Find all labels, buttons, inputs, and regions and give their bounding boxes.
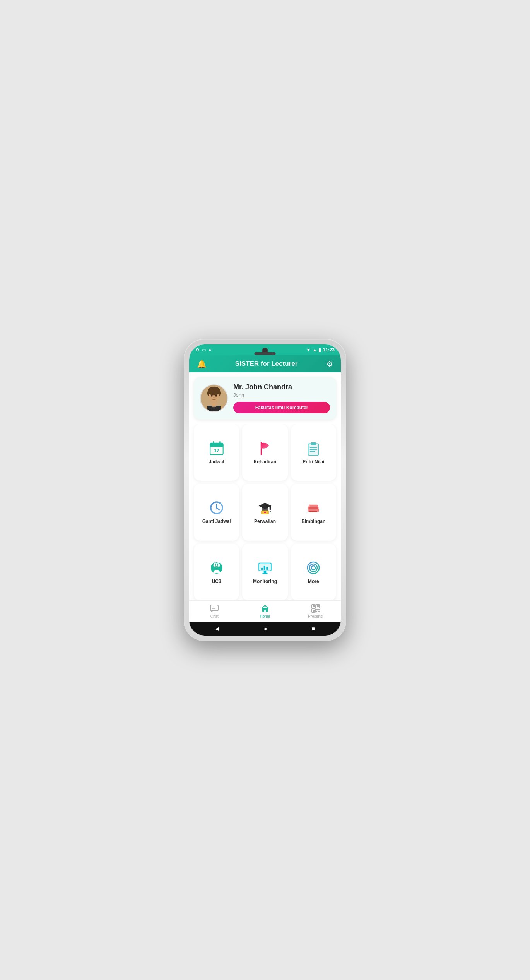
bell-icon[interactable]: 🔔 <box>197 359 207 368</box>
profile-username: John <box>233 392 330 398</box>
svg-rect-62 <box>317 605 319 607</box>
monitor-icon <box>257 560 273 576</box>
svg-rect-52 <box>262 573 267 574</box>
svg-point-4 <box>211 395 213 397</box>
svg-rect-67 <box>316 611 317 612</box>
nav-home[interactable]: Home <box>240 604 291 618</box>
svg-rect-30 <box>261 511 262 514</box>
wifi-icon: ▼ <box>306 347 311 353</box>
svg-rect-17 <box>311 442 316 445</box>
menu-item-uc3[interactable]: UC3 <box>194 544 239 600</box>
svg-rect-48 <box>261 568 263 570</box>
menu-item-perwalian[interactable]: Perwalian <box>242 484 287 540</box>
svg-point-43 <box>215 564 217 566</box>
qr-icon <box>311 604 320 613</box>
uc3-label: UC3 <box>212 579 221 584</box>
svg-rect-36 <box>309 511 317 512</box>
phone-screen: ⚙ ▭ ● ▼ ▲ ▮ 11:23 🔔 SISTER for Lecturer … <box>189 344 341 636</box>
menu-grid: 17 Jadwal Kehadiran <box>189 424 341 600</box>
svg-point-3 <box>208 387 220 396</box>
chat-icon <box>210 604 219 613</box>
menu-item-jadwal[interactable]: 17 Jadwal <box>194 424 239 481</box>
svg-rect-51 <box>264 571 267 573</box>
chat-nav-label: Chat <box>210 614 219 618</box>
svg-rect-49 <box>264 566 265 570</box>
menu-item-entri-nilai[interactable]: Entri Nilai <box>291 424 336 481</box>
clock-display: 11:23 <box>323 347 335 353</box>
battery-icon: ▮ <box>318 347 321 353</box>
app-header: 🔔 SISTER for Lecturer ⚙ <box>189 355 341 372</box>
graduation-icon <box>257 500 273 516</box>
svg-rect-35 <box>309 505 318 507</box>
phone-frame: ⚙ ▭ ● ▼ ▲ ▮ 11:23 🔔 SISTER for Lecturer … <box>184 339 346 641</box>
nav-presensi[interactable]: Presensi <box>290 604 341 618</box>
menu-item-ganti-jadwal[interactable]: Ganti Jadwal <box>194 484 239 540</box>
svg-rect-56 <box>210 605 218 611</box>
nav-chat[interactable]: Chat <box>189 604 240 618</box>
svg-marker-28 <box>270 511 271 512</box>
bottom-nav: Chat Home <box>189 600 341 622</box>
svg-point-6 <box>213 397 215 398</box>
menu-item-more[interactable]: More <box>291 544 336 600</box>
jadwal-label: Jadwal <box>209 459 224 464</box>
status-bar-right: ▼ ▲ ▮ 11:23 <box>306 347 335 353</box>
avatar-image <box>201 385 227 411</box>
svg-point-5 <box>215 395 217 397</box>
svg-rect-66 <box>318 609 320 610</box>
svg-rect-44 <box>213 564 215 567</box>
svg-rect-64 <box>313 610 315 612</box>
more-label: More <box>308 579 319 584</box>
presensi-nav-label: Presensi <box>308 614 323 618</box>
signal-icon: ▲ <box>312 347 317 353</box>
profile-name: Mr. John Chandra <box>233 383 330 391</box>
uc3-icon <box>209 560 224 576</box>
svg-rect-50 <box>266 567 268 570</box>
status-bar-left: ⚙ ▭ ● <box>195 347 211 353</box>
svg-point-24 <box>216 507 217 509</box>
svg-point-32 <box>264 512 266 514</box>
svg-point-55 <box>311 566 315 570</box>
recent-button[interactable]: ■ <box>311 625 315 632</box>
clock-icon <box>209 500 224 516</box>
svg-rect-31 <box>268 511 269 514</box>
books-icon <box>306 500 321 516</box>
speaker <box>255 352 276 355</box>
header-settings-icon[interactable]: ⚙ <box>326 359 333 368</box>
svg-rect-65 <box>316 609 318 610</box>
svg-rect-8 <box>212 402 216 407</box>
calendar-icon: 17 <box>209 440 224 456</box>
menu-item-bimbingan[interactable]: Bimbingan <box>291 484 336 540</box>
entri-nilai-label: Entri Nilai <box>303 459 324 464</box>
sim-status-icon: ▭ <box>202 347 206 353</box>
ganti-jadwal-label: Ganti Jadwal <box>202 519 231 524</box>
faculty-button[interactable]: Fakultas Ilmu Komputer <box>233 402 330 413</box>
svg-point-54 <box>309 564 317 572</box>
home-nav-label: Home <box>260 614 270 618</box>
svg-rect-39 <box>309 505 310 507</box>
clipboard-icon <box>306 440 321 456</box>
svg-rect-37 <box>308 509 309 512</box>
settings-status-icon: ⚙ <box>195 347 200 353</box>
svg-rect-45 <box>218 564 220 567</box>
kehadiran-label: Kehadiran <box>254 459 277 464</box>
circle-status-icon: ● <box>209 347 211 353</box>
monitoring-label: Monitoring <box>253 579 277 584</box>
app-title: SISTER for Lecturer <box>235 360 298 368</box>
svg-rect-68 <box>318 611 320 612</box>
menu-item-kehadiran[interactable]: Kehadiran <box>242 424 287 481</box>
profile-info: Mr. John Chandra John Fakultas Ilmu Komp… <box>233 383 330 413</box>
profile-card: Mr. John Chandra John Fakultas Ilmu Komp… <box>194 377 336 420</box>
bimbingan-label: Bimbingan <box>301 519 325 524</box>
svg-rect-11 <box>210 445 223 447</box>
avatar <box>200 384 228 412</box>
home-button[interactable]: ● <box>264 625 267 632</box>
perwalian-label: Perwalian <box>254 519 276 524</box>
svg-text:17: 17 <box>214 448 219 453</box>
back-button[interactable]: ◀ <box>215 625 219 632</box>
svg-rect-27 <box>270 506 271 510</box>
android-nav-bar: ◀ ● ■ <box>189 622 341 636</box>
svg-rect-60 <box>313 605 315 607</box>
more-icon <box>306 560 321 576</box>
menu-item-monitoring[interactable]: Monitoring <box>242 544 287 600</box>
flag-icon <box>257 440 273 456</box>
